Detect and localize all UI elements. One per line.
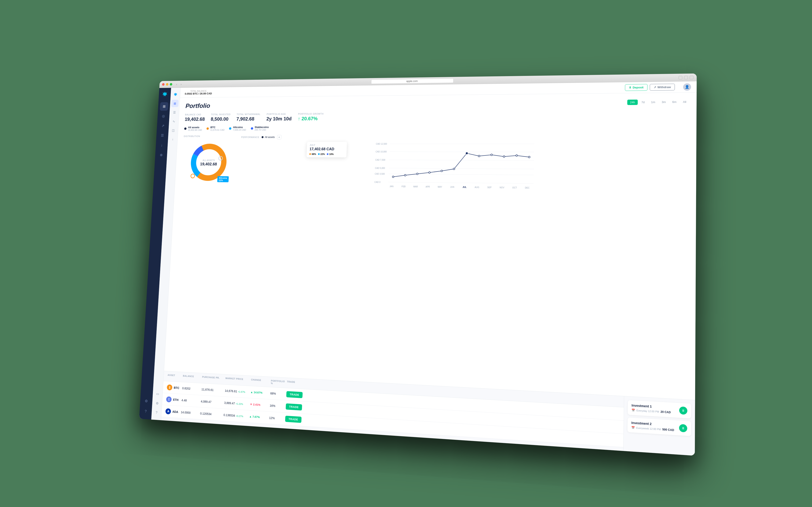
altcoins-badge-label: Altcoins bbox=[219, 177, 227, 179]
legend-stablecoins[interactable]: Stablecoins 200.70 CAD bbox=[250, 126, 269, 131]
main-content: TOTAL BALANCE 0.0502 BTC / 26.08 CAD ⬇ D… bbox=[161, 81, 697, 456]
user-icon: 👤 bbox=[685, 85, 689, 89]
dashboard-icon: ⊞ bbox=[163, 104, 166, 108]
mac-window-extra-controls bbox=[679, 75, 693, 79]
sidebar-item-analytics[interactable]: ◎ bbox=[159, 112, 168, 120]
add-asset-button[interactable]: + bbox=[277, 135, 282, 139]
stat-total-invested: TOTAL INVESTED 8,500.00 bbox=[211, 113, 231, 122]
inner-sidebar-item-trend[interactable]: ∿ bbox=[170, 118, 177, 125]
time-tab-6m[interactable]: 6m bbox=[670, 99, 679, 105]
inner-sidebar-item-list[interactable]: ☰ bbox=[171, 109, 178, 116]
inner-sidebar-item-download[interactable]: ↓ bbox=[169, 135, 176, 143]
legend-altcoins[interactable]: Altcoins 7,939.24 CAD bbox=[229, 126, 246, 131]
sidebar-item-download[interactable]: ↓ bbox=[157, 141, 166, 150]
x-label-jun: JUN bbox=[450, 186, 454, 188]
x-label-mar: MAR bbox=[413, 185, 418, 188]
tooltip-breakdown: 68% 22% 10 bbox=[309, 153, 344, 155]
settings2-icon: ⚙ bbox=[156, 401, 159, 405]
forward-arrow[interactable]: › bbox=[179, 82, 183, 86]
tooltip-btc: 68% bbox=[309, 153, 316, 155]
time-tab-all[interactable]: All bbox=[680, 99, 689, 105]
social-icon: ⊕ bbox=[160, 153, 163, 157]
point-aug bbox=[478, 155, 480, 157]
donut-center: ALL ASSETS 19,402.68 bbox=[200, 158, 217, 166]
tooltip-alt: 22% bbox=[318, 153, 325, 155]
minimize-dot[interactable] bbox=[166, 83, 169, 86]
deposit-button[interactable]: ⬇ Deposit bbox=[625, 84, 647, 91]
window-controls bbox=[162, 83, 172, 86]
legend-dot-btc bbox=[207, 127, 209, 130]
inner-sidebar-item-help[interactable]: ? bbox=[153, 408, 160, 417]
sidebar-item-share[interactable]: ⇗ bbox=[159, 122, 167, 130]
calendar-icon-1: 📅 bbox=[631, 408, 635, 412]
trend-icon: ∿ bbox=[173, 119, 175, 123]
tooltip-alt-pct: 22% bbox=[321, 153, 325, 155]
app-logo bbox=[161, 91, 168, 98]
time-tab-1m[interactable]: 1m bbox=[648, 99, 658, 105]
eth-portfolio-pct: 16% bbox=[270, 404, 286, 408]
tooltip-dot-alt bbox=[318, 153, 320, 155]
time-tab-24h[interactable]: 24h bbox=[627, 100, 638, 105]
investment-2-pause-button[interactable]: ⏸ bbox=[679, 424, 687, 432]
eth-trade-button[interactable]: TRADE bbox=[286, 403, 302, 410]
address-bar[interactable]: apple.com bbox=[371, 78, 454, 84]
withdraw-button[interactable]: ↗ Withdraw bbox=[650, 84, 675, 91]
btc-portfolio-pct: 68% bbox=[270, 392, 287, 396]
btc-trade-button[interactable]: TRADE bbox=[286, 391, 303, 398]
window-btn-3[interactable] bbox=[690, 75, 694, 79]
close-dot[interactable] bbox=[162, 83, 165, 86]
sidebar-item-dashboard[interactable]: ⊞ bbox=[160, 102, 169, 111]
legend-all-assets[interactable]: All assets 19,402.68 CAD bbox=[184, 126, 202, 131]
legend-btc[interactable]: BTC 11,676.61 CAD bbox=[207, 126, 225, 131]
balance-value: 0.0502 BTC / 26.08 CAD bbox=[185, 92, 212, 95]
time-tab-7d[interactable]: 7d bbox=[639, 100, 647, 105]
total-withdrawal-label: TOTAL WITHDRAWAL bbox=[237, 113, 260, 115]
legend-amount-stablecoins: 200.70 CAD bbox=[254, 128, 269, 131]
altcoins-badge: Altcoins 22% bbox=[217, 176, 229, 182]
stat-total-withdrawal: TOTAL WITHDRAWAL 7,902.68 bbox=[236, 113, 260, 122]
point-mar bbox=[416, 173, 418, 175]
legend-info-btc: BTC 11,676.61 CAD bbox=[210, 126, 225, 131]
performance-header: PERFORMANCE All assets + bbox=[241, 134, 689, 139]
stat-portfolio-growth: PORTFOLIO GROWTH ↑ 20.67% bbox=[298, 112, 324, 121]
y-label-10000: CAD 10,000 bbox=[375, 151, 387, 153]
portfolio-header: Portfolio 24h 7d 1m 3m 6m All bbox=[185, 98, 689, 110]
window-btn-1[interactable] bbox=[679, 76, 682, 79]
pause-icon-2: ⏸ bbox=[682, 426, 685, 430]
investment-1-pause-button[interactable]: ⏸ bbox=[679, 406, 688, 414]
sidebar-item-transactions[interactable]: ☰ bbox=[158, 131, 167, 140]
list-icon: ☰ bbox=[173, 111, 176, 114]
col-market-price: MARKET PRICE bbox=[225, 377, 251, 383]
portfolio-growth-value: ↑ 20.67% bbox=[298, 116, 324, 122]
inner-sidebar-item-grid[interactable]: ⊞ bbox=[171, 100, 178, 107]
investment-1-info: Investment 1 📅 Everyday 12:00 PM 20 CAD bbox=[631, 404, 671, 414]
point-jul-highlight[interactable] bbox=[465, 152, 468, 155]
col-balance: BALANCE bbox=[183, 375, 202, 381]
eth-purchase-price: 4,089.47 bbox=[201, 400, 224, 404]
btc-name: BTC bbox=[174, 386, 179, 389]
y-label-5000: CAD 5,000 bbox=[375, 167, 385, 169]
maximize-dot[interactable] bbox=[170, 83, 172, 86]
x-label-sep: SEP bbox=[487, 186, 491, 188]
help2-icon: ? bbox=[156, 411, 158, 414]
legend-amount-all: 19,402.68 CAD bbox=[188, 129, 202, 131]
window-btn-2[interactable] bbox=[684, 76, 688, 79]
time-tab-3m[interactable]: 3m bbox=[659, 99, 669, 105]
time-tabs: 24h 7d 1m 3m 6m All bbox=[627, 99, 689, 105]
investment-2-info: Investment 2 📅 Everyweek 12:00 PM 500 CA… bbox=[631, 421, 674, 432]
inner-sidebar-item-settings[interactable]: ⚙ bbox=[153, 399, 161, 407]
chart-container: CAD 12,500 CAD 10,000 CAD 7,500 CAD 5,00… bbox=[238, 142, 689, 193]
btc-change: ▲ 14.67% bbox=[250, 391, 271, 395]
ada-trade-button[interactable]: TRADE bbox=[285, 416, 301, 423]
sidebar-item-settings[interactable]: ⚙ bbox=[142, 396, 151, 406]
investment-2-schedule: 📅 Everyweek 12:00 PM 500 CAD bbox=[631, 426, 674, 432]
point-jun bbox=[453, 168, 455, 170]
inner-sidebar-item-monitor[interactable]: ▭ bbox=[154, 390, 161, 398]
altcoins-badge-pct: 22% bbox=[219, 179, 223, 181]
user-avatar[interactable]: 👤 bbox=[683, 83, 691, 91]
sidebar-item-help[interactable]: ? bbox=[141, 407, 150, 416]
sidebar-item-social[interactable]: ⊕ bbox=[157, 151, 166, 159]
performance-section: PERFORMANCE All assets + bbox=[238, 134, 689, 193]
inner-sidebar-item-chart[interactable]: ◫ bbox=[170, 126, 177, 134]
back-arrow[interactable]: ‹ bbox=[175, 82, 179, 86]
